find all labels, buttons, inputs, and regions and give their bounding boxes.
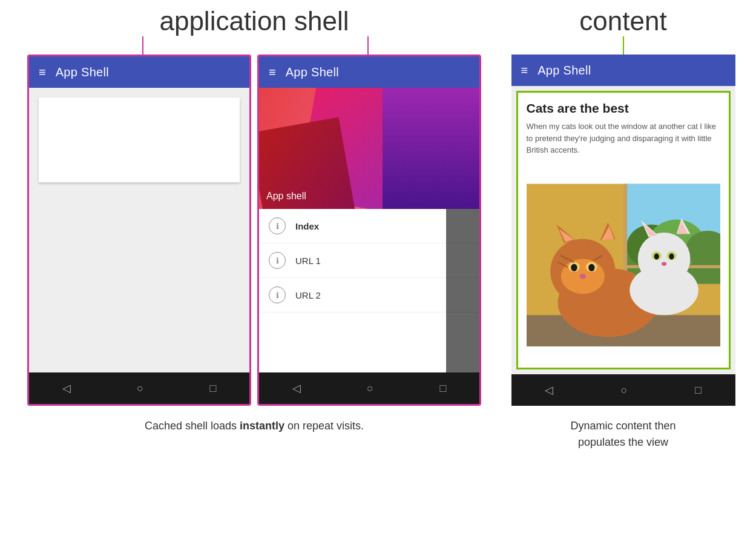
- content-connector-line: [623, 36, 624, 55]
- left-phone: ≡ App Shell ◁ ○ □: [27, 55, 251, 406]
- svg-point-22: [637, 233, 690, 285]
- content-box: Cats are the best When my cats look out …: [516, 91, 731, 369]
- right-hamburger-icon: ≡: [521, 64, 528, 78]
- svg-point-20: [579, 274, 585, 279]
- cat-image-svg: [527, 171, 720, 360]
- left-app-bar: ≡ App Shell: [29, 56, 249, 88]
- right-back-icon: ◁: [545, 383, 553, 397]
- drawer-item-index-label: Index: [295, 221, 319, 231]
- middle-phone: ≡ App Shell App shell: [257, 55, 481, 406]
- application-shell-section: application shell ≡ App Shell: [18, 6, 490, 451]
- right-recent-icon: □: [695, 384, 702, 397]
- caption-right: Dynamic content then populates the view: [570, 418, 675, 451]
- drawer-item-url1-label: URL 1: [295, 256, 321, 266]
- svg-point-31: [661, 262, 666, 265]
- middle-app-bar: ≡ App Shell: [259, 56, 479, 88]
- colorful-header: App shell: [259, 88, 479, 209]
- content-section: content ≡ App Shell Cats are the best Wh…: [508, 6, 738, 451]
- middle-app-bar-title: App Shell: [286, 65, 339, 79]
- left-middle-phones: ≡ App Shell ◁ ○ □ ≡ App Sh: [27, 55, 481, 406]
- svg-point-18: [571, 263, 577, 271]
- content-placeholder: [39, 98, 240, 182]
- right-phone-content-area: Cats are the best When my cats look out …: [511, 86, 735, 374]
- drawer-item-url2-label: URL 2: [295, 290, 321, 300]
- double-connector: [30, 36, 478, 55]
- left-nav-bar: ◁ ○ □: [29, 372, 249, 404]
- svg-point-29: [654, 253, 659, 259]
- hamburger-icon: ≡: [39, 65, 46, 79]
- url1-icon: ℹ: [269, 252, 286, 269]
- caption-bold: instantly: [240, 420, 284, 432]
- middle-recent-icon: □: [439, 382, 446, 395]
- right-connector-line: [367, 36, 369, 55]
- caption-left: Cached shell loads instantly on repeat v…: [145, 418, 364, 434]
- article-title: Cats are the best: [527, 101, 720, 116]
- app-shell-drawer-label: App shell: [266, 191, 306, 202]
- svg-point-30: [669, 253, 674, 259]
- middle-hamburger-icon: ≡: [269, 65, 276, 79]
- color-shape-3: [383, 88, 479, 209]
- left-connector-line: [142, 36, 143, 55]
- content-label: content: [579, 6, 666, 36]
- caption-right-line2: populates the view: [578, 436, 668, 448]
- index-icon: ℹ: [269, 217, 286, 234]
- article-body: When my cats look out the window at anot…: [527, 121, 720, 156]
- left-app-bar-title: App Shell: [56, 65, 109, 79]
- home-icon: ○: [137, 382, 143, 395]
- left-phone-content: [29, 88, 249, 372]
- middle-phone-body: App shell ℹ Index ℹ URL 1 ℹ: [259, 88, 479, 372]
- right-home-icon: ○: [621, 384, 628, 397]
- article-area: Cats are the best When my cats look out …: [518, 93, 729, 171]
- url2-icon: ℹ: [269, 286, 286, 303]
- right-app-bar-title: App Shell: [537, 64, 591, 78]
- middle-back-icon: ◁: [292, 382, 301, 395]
- svg-point-19: [588, 263, 594, 271]
- right-nav-bar: ◁ ○ □: [511, 374, 735, 406]
- application-shell-label: application shell: [159, 6, 349, 36]
- middle-nav-bar: ◁ ○ □: [259, 372, 479, 404]
- caption-right-line1: Dynamic content then: [570, 420, 675, 432]
- middle-home-icon: ○: [367, 382, 373, 395]
- back-icon: ◁: [62, 382, 71, 395]
- right-app-bar: ≡ App Shell: [511, 55, 735, 86]
- recent-icon: □: [209, 382, 216, 395]
- right-phone: ≡ App Shell Cats are the best When my ca…: [511, 55, 735, 406]
- cat-image: [527, 171, 720, 360]
